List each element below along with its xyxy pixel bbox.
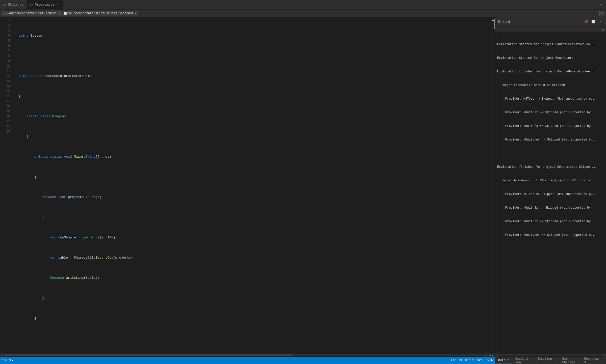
output-content[interactable]: Exploration started for project SourceGe…: [495, 32, 606, 353]
project-dropdown-label: SourceGeneratorsFeatureDemo: [7, 12, 56, 15]
output-hscroll-right[interactable]: ▸: [602, 353, 606, 357]
status-encoding[interactable]: SPC: [477, 359, 483, 362]
code-line-11: var rowSample = new Range(0, 100);: [18, 235, 491, 240]
status-ln[interactable]: Ln: 23: [451, 359, 462, 362]
editor-pane: 1 2 3 4 5 6 7 8 9 10 11 12 13 14 15 16 1: [0, 17, 495, 364]
code-line-6: {: [18, 134, 491, 139]
editor-vscroll[interactable]: [491, 18, 495, 352]
program-tab-icon: C#: [30, 3, 33, 6]
output-tab-solution[interactable]: Solution E...: [534, 357, 559, 364]
code-line-14: }: [18, 296, 491, 301]
settings-button[interactable]: ⚙: [598, 2, 604, 8]
output-line-1: Exploration started for project SourceGe…: [497, 42, 604, 47]
class-icon: ⬜: [63, 12, 67, 15]
output-maximize-button[interactable]: ⬜: [590, 19, 596, 25]
output-hscroll-left[interactable]: ◂: [495, 353, 499, 357]
status-line-ending[interactable]: CRLF: [486, 359, 493, 362]
utils-tab-label: Utils.cs: [8, 3, 23, 7]
output-title-bar: Output 📌 ⬜ ×: [495, 17, 606, 27]
code-line-5: static class Program: [18, 114, 491, 119]
class-chevron-icon: ▾: [135, 12, 136, 15]
code-line-3: namespace SourceGeneratorsFeatureDemo: [18, 74, 491, 79]
next-page-button[interactable]: ▸: [492, 354, 493, 356]
fold-gutter: − − − − −: [13, 18, 18, 352]
code-line-12: var table = SharedUtil.ImportCsv(project…: [18, 255, 491, 260]
hscroll-right-arrow[interactable]: ▸: [484, 353, 488, 357]
code-line-4: {: [18, 94, 491, 99]
code-lines: using System; namespace SourceGenerators…: [18, 18, 491, 352]
output-line-2: Exploration started for project Generato…: [497, 56, 604, 60]
output-line-3: Exploration finished for project SourceG…: [497, 69, 604, 74]
output-line-8: Provider: xUnit.net => Skipped (Not supp…: [497, 137, 604, 142]
tab-toolbar-right: ⚙: [598, 2, 606, 8]
code-line-13: Console.WriteLine(table);: [18, 275, 491, 281]
code-line-8: {: [18, 175, 491, 180]
output-tab-resource[interactable]: Resource V...: [581, 357, 606, 364]
output-line-13: Provider: NUnit 3x => Skipped (Not suppo…: [497, 206, 604, 210]
project-icon: ⬛: [3, 12, 6, 15]
line-numbers: 1 2 3 4 5 6 7 8 9 10 11 12 13 14 15 16 1: [0, 18, 13, 352]
output-line-5: Provider: MSTest => Skipped (Not support…: [497, 97, 604, 101]
code-line-7: private static void Main(string[] args): [18, 154, 491, 159]
output-pin-button[interactable]: 📌: [583, 19, 589, 25]
program-tab-close[interactable]: ×: [56, 3, 60, 7]
status-right: Ln: 23 Ch: 2 SPC CRLF: [451, 359, 493, 362]
tab-bar: C# Utils.cs C# Program.cs × ⚙: [0, 0, 606, 10]
output-line-6: Provider: NUnit 3x => Skipped (Not suppo…: [497, 110, 604, 115]
project-dropdown[interactable]: ⬛ SourceGeneratorsFeatureDemo ▾: [1, 11, 61, 16]
prev-page-button[interactable]: ◂: [490, 354, 491, 356]
output-toolbar-right: 📌 ⬜ ×: [583, 19, 603, 25]
class-dropdown-label: SourceGeneratorsFeatureDemo.SharedUt: [68, 12, 133, 15]
output-pane: Output 📌 ⬜ × ⚠ Exploration started for p…: [495, 17, 606, 364]
output-close-button[interactable]: ×: [597, 19, 603, 25]
editor-hscroll[interactable]: ◂ ▸ ◂ ▸: [0, 353, 495, 357]
fold-shared[interactable]: −: [13, 109, 18, 114]
output-line-7: Provider: NUnit 2x => Skipped (Not suppo…: [497, 124, 604, 128]
output-line-15: Provider: xUnit.net => Skipped (Not supp…: [497, 233, 604, 237]
output-line-12: Provider: MSTest => Skipped (Not support…: [497, 192, 604, 197]
class-dropdown[interactable]: ⬜ SourceGeneratorsFeatureDemo.SharedUt ▾: [62, 11, 138, 16]
fold-namespace[interactable]: −: [13, 28, 18, 33]
output-line-4: Target Framework: net5.0 => Skipped: [497, 83, 604, 88]
output-title: Output: [498, 20, 511, 24]
code-line-9: foreach (var projects in args): [18, 195, 491, 200]
code-line-2: [18, 53, 491, 59]
status-bar: 100 % ▾ Ln: 23 Ch: 2 SPC CRLF: [0, 357, 495, 364]
zoom-control[interactable]: 100 % ▾: [2, 359, 13, 362]
content-area: 1 2 3 4 5 6 7 8 9 10 11 12 13 14 15 16 1: [0, 17, 606, 364]
fold-main[interactable]: −: [13, 48, 18, 53]
project-chevron-icon: ▾: [57, 12, 59, 15]
output-line-9: [497, 151, 604, 156]
add-member-button[interactable]: +: [599, 11, 605, 16]
tab-utils[interactable]: C# Utils.cs: [0, 0, 27, 9]
output-hscroll-track: [499, 354, 602, 356]
zoom-chevron: ▾: [12, 359, 13, 362]
output-tab-output[interactable]: Output: [495, 357, 512, 364]
scroll-nav-buttons: ◂ ▸: [488, 353, 495, 357]
status-ch[interactable]: Ch: 2: [465, 359, 474, 362]
zoom-label: 100 %: [2, 359, 11, 362]
output-hscroll[interactable]: ◂ ▸: [495, 353, 606, 357]
main-container: C# Utils.cs C# Program.cs × ⚙ ⬛ SourceGe…: [0, 0, 606, 364]
code-line-10: {: [18, 215, 491, 220]
hscroll-left-arrow[interactable]: ◂: [0, 353, 4, 357]
output-line-11: Target Framework: .NETStandard,Version=v…: [497, 178, 604, 183]
utils-tab-icon: C#: [3, 3, 6, 6]
code-line-16: [18, 336, 491, 341]
hscroll-thumb: [4, 354, 292, 356]
output-tab-bar: Output Build & Run Solution E... Git Cha…: [495, 357, 606, 364]
fold-foreach[interactable]: −: [13, 59, 18, 64]
output-line-10: Exploration finished for project Generat…: [497, 165, 604, 169]
code-container[interactable]: 1 2 3 4 5 6 7 8 9 10 11 12 13 14 15 16 1: [0, 17, 495, 353]
output-warning-icon: ⚠: [602, 27, 604, 32]
output-line-14: Provider: NUnit 2x => Skipped (Not suppo…: [497, 219, 604, 224]
output-tab-build[interactable]: Build & Run: [512, 357, 534, 364]
output-tab-git[interactable]: Git Changes: [559, 357, 581, 364]
program-tab-label: Program.cs: [35, 3, 55, 7]
nav-bar: ⬛ SourceGeneratorsFeatureDemo ▾ ⬜ Source…: [0, 10, 606, 17]
fold-class[interactable]: −: [13, 38, 18, 43]
scroll-thumb: [494, 19, 495, 29]
code-line-1: using System;: [18, 33, 491, 38]
hscroll-track: [4, 354, 484, 356]
tab-program[interactable]: C# Program.cs ×: [27, 0, 63, 9]
